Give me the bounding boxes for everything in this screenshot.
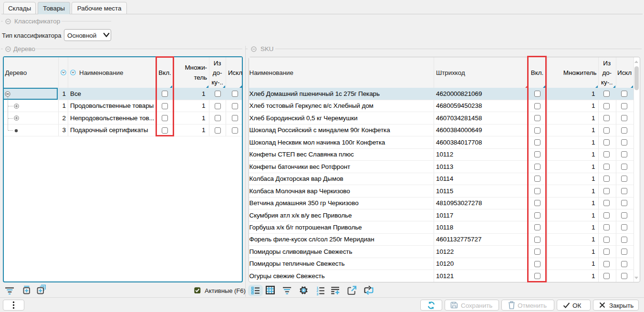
svg-text:3: 3 — [316, 292, 318, 295]
